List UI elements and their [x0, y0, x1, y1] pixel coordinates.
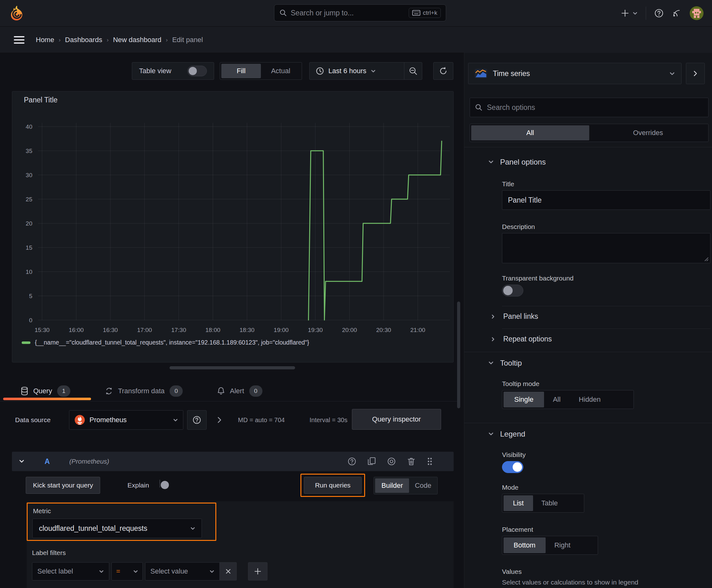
breadcrumb-new-dashboard[interactable]: New dashboard [113, 36, 161, 44]
tab-query[interactable]: Query 1 [21, 385, 70, 397]
refresh-button[interactable] [433, 62, 453, 80]
viz-suggestions-button[interactable] [686, 63, 705, 84]
legend-placement-bottom[interactable]: Bottom [503, 538, 546, 553]
clock-icon [316, 67, 324, 75]
actual-option[interactable]: Actual [261, 64, 300, 78]
news-button[interactable] [672, 8, 681, 18]
breadcrumb: Home › Dashboards › New dashboard › Edit… [36, 36, 203, 44]
title-field-input[interactable]: Panel Title [502, 190, 710, 210]
add-filter-button[interactable] [248, 562, 267, 581]
tooltip-mode-hidden[interactable]: Hidden [569, 392, 610, 407]
table-view-control: Table view [132, 62, 214, 80]
resize-handle-icon[interactable] [704, 257, 709, 261]
panel-resize-handle[interactable] [170, 366, 295, 370]
legend-header[interactable]: Legend [488, 430, 525, 439]
help-button[interactable] [654, 8, 664, 18]
legend-title: Legend [500, 430, 525, 439]
legend-placement-label: Placement [502, 526, 533, 533]
svg-text:15:30: 15:30 [35, 327, 50, 333]
viz-picker[interactable]: Time series [468, 63, 682, 84]
svg-text:20:30: 20:30 [376, 327, 391, 333]
chevron-down-icon [209, 569, 214, 574]
legend-values-hint: Select values or calculations to show in… [502, 579, 638, 586]
chevron-down-icon [488, 159, 494, 165]
select-label-dropdown[interactable]: Select label [32, 562, 109, 581]
run-queries-button[interactable]: Run queries [304, 477, 362, 494]
tab-transform-data[interactable]: Transform data 0 [105, 385, 183, 397]
metric-select[interactable]: cloudflared_tunnel_total_requests [33, 519, 202, 538]
legend-placement-switch: Bottom Right [502, 536, 598, 555]
legend-visibility-toggle[interactable] [502, 461, 523, 473]
vertical-scrollbar[interactable] [457, 301, 460, 408]
svg-text:25: 25 [26, 196, 33, 203]
global-search-input[interactable]: Search or jump to... ctrl+k [274, 4, 446, 21]
panel-links-header[interactable]: Panel links [491, 312, 538, 321]
breadcrumb-home[interactable]: Home [36, 36, 54, 44]
repeat-options-title: Repeat options [503, 335, 552, 343]
collapse-query-icon[interactable] [19, 459, 24, 464]
svg-text:17:00: 17:00 [137, 327, 152, 333]
delete-query-icon[interactable] [407, 457, 415, 466]
table-view-toggle[interactable] [188, 66, 207, 76]
disable-query-icon[interactable] [387, 457, 396, 466]
panel-options-header[interactable]: Panel options [488, 158, 546, 166]
zoom-out-button[interactable] [404, 67, 422, 76]
menu-toggle-button[interactable] [14, 36, 24, 44]
tooltip-header[interactable]: Tooltip [488, 359, 522, 368]
legend-mode-table[interactable]: Table [533, 495, 566, 511]
tab-alert-count: 0 [249, 385, 262, 397]
viz-picker-label: Time series [493, 69, 664, 78]
transparent-bg-toggle[interactable] [502, 285, 523, 296]
legend-mode-list[interactable]: List [503, 495, 533, 511]
query-row-header[interactable]: A (Prometheus) [12, 452, 454, 471]
search-icon [475, 104, 482, 111]
query-inspector-button[interactable]: Query inspector [352, 409, 441, 430]
svg-text:30: 30 [26, 172, 33, 178]
drag-query-icon[interactable] [427, 457, 433, 466]
datasource-help-button[interactable] [187, 410, 207, 430]
breadcrumb-edit-panel: Edit panel [172, 36, 203, 44]
label-filters-row: Select label = Select value [32, 562, 267, 581]
select-value-dropdown[interactable]: Select value [145, 562, 220, 581]
query-help-icon[interactable] [347, 457, 356, 466]
code-option[interactable]: Code [409, 478, 437, 493]
chevron-down-icon [632, 11, 638, 16]
query-ref-id[interactable]: A [45, 457, 50, 466]
toggle-knob [503, 286, 513, 295]
expand-options-icon[interactable] [217, 417, 222, 423]
breadcrumb-dashboards[interactable]: Dashboards [65, 36, 102, 44]
user-avatar[interactable] [689, 6, 704, 20]
time-series-chart[interactable]: 051015202530354015:3016:0016:3017:0017:3… [12, 91, 453, 362]
tooltip-mode-single[interactable]: Single [503, 392, 544, 407]
duplicate-query-icon[interactable] [368, 457, 376, 466]
datasource-picker[interactable]: Prometheus [69, 410, 184, 430]
filter-tab-all[interactable]: All [471, 125, 589, 141]
remove-filter-button[interactable] [220, 562, 237, 581]
svg-text:40: 40 [26, 123, 33, 130]
top-bar: Search or jump to... ctrl+k [0, 0, 712, 27]
legend-series-swatch [22, 341, 30, 344]
explain-toggle[interactable] [159, 480, 160, 487]
tab-query-label: Query [33, 387, 52, 395]
operator-dropdown[interactable]: = [111, 562, 143, 581]
legend-placement-right[interactable]: Right [546, 538, 579, 553]
shortcut-label: ctrl+k [423, 9, 437, 16]
chevron-down-icon [669, 71, 675, 76]
refresh-icon [439, 67, 448, 76]
kickstart-query-button[interactable]: Kick start your query [26, 477, 100, 494]
time-range-picker[interactable]: Last 6 hours [309, 67, 404, 75]
builder-option[interactable]: Builder [375, 478, 409, 493]
filter-tab-overrides[interactable]: Overrides [589, 125, 707, 141]
datasource-name: Prometheus [89, 416, 169, 424]
description-field-textarea[interactable] [502, 233, 710, 263]
tooltip-mode-all[interactable]: All [544, 392, 569, 407]
chevron-down-icon [371, 68, 376, 74]
viz-picker-row: Time series [468, 63, 705, 84]
repeat-options-header[interactable]: Repeat options [491, 335, 552, 343]
fill-option[interactable]: Fill [221, 64, 261, 78]
grafana-logo-icon[interactable] [9, 5, 24, 21]
legend-series-label[interactable]: {__name__="cloudflared_tunnel_total_requ… [35, 339, 309, 346]
new-button[interactable] [621, 9, 638, 18]
tab-alert[interactable]: Alert 0 [217, 385, 262, 397]
options-search-input[interactable]: Search options [470, 98, 709, 117]
